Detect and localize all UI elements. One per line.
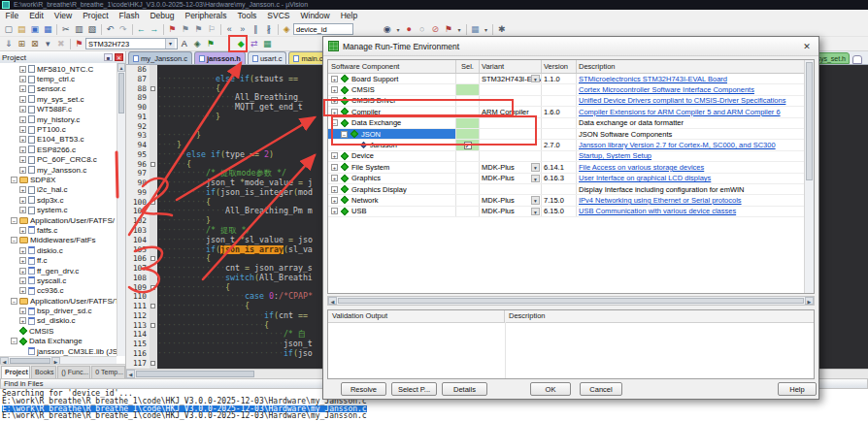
- tree-item[interactable]: +PC_60F_CRC8.c: [0, 155, 117, 165]
- sel-cell[interactable]: [456, 151, 480, 161]
- expand-icon[interactable]: +: [331, 208, 338, 214]
- indent-left-icon[interactable]: «: [223, 23, 237, 35]
- sel-cell[interactable]: [456, 96, 480, 106]
- tree-item[interactable]: −Application/User/FATFS/T: [0, 296, 117, 306]
- menu-window[interactable]: Window: [295, 10, 335, 22]
- navigate-forward-icon[interactable]: →: [148, 23, 161, 35]
- tree-item[interactable]: −SDP8X: [0, 175, 117, 184]
- pack-installer-icon[interactable]: ⇄: [248, 38, 261, 49]
- variant-cell[interactable]: [480, 118, 542, 128]
- new-file-icon[interactable]: ▢: [2, 23, 16, 35]
- menu-flash[interactable]: Flash: [114, 10, 145, 22]
- window-layout-icon[interactable]: ▦: [469, 23, 483, 35]
- fold-marker-icon[interactable]: [150, 285, 155, 290]
- tree-item[interactable]: −Middlewares/FatFs: [0, 236, 117, 245]
- expand-icon[interactable]: +: [19, 227, 26, 234]
- component-row-jansson[interactable]: Jansson✓2.7.0Jansson library Version 2.7…: [328, 140, 814, 150]
- translate-file-icon[interactable]: ⇓: [2, 38, 16, 49]
- expand-icon[interactable]: +: [19, 268, 26, 275]
- table-vertical-scrollbar[interactable]: [804, 60, 814, 293]
- component-name-cell[interactable]: +Network: [328, 195, 456, 205]
- menu-peripherals[interactable]: Peripherals: [180, 10, 232, 22]
- panel-tab-project[interactable]: Project: [1, 366, 30, 378]
- scroll-left-icon[interactable]: ◀: [126, 370, 135, 378]
- expand-icon[interactable]: +: [19, 76, 26, 82]
- menu-debug[interactable]: Debug: [145, 10, 180, 22]
- chevron-down-icon[interactable]: ▾: [531, 75, 540, 82]
- expand-icon[interactable]: +: [19, 257, 26, 264]
- component-row-json[interactable]: −JSONJSON Software Components: [328, 129, 814, 140]
- scroll-right-icon[interactable]: ▶: [805, 297, 814, 305]
- tree-item[interactable]: +my_sys_set.c: [0, 94, 117, 104]
- dialog-horizontal-scrollbar[interactable]: ◀ ▶: [327, 296, 815, 306]
- expand-icon[interactable]: +: [19, 287, 26, 294]
- redo-icon[interactable]: ↷: [117, 23, 130, 35]
- description-text-link[interactable]: Cortex Microcontroller Software Interfac…: [579, 85, 754, 94]
- tree-item[interactable]: +bsp_driver_sd.c: [0, 306, 117, 315]
- pin-icon[interactable]: ■: [104, 53, 113, 61]
- chevron-down-icon[interactable]: ▾: [394, 26, 403, 33]
- component-name-cell[interactable]: +Graphics Display: [328, 184, 456, 194]
- description-text-link[interactable]: Unified Device Drivers compliant to CMSI…: [579, 96, 785, 105]
- breakpoint-disable-all-icon[interactable]: ⊘: [429, 23, 443, 35]
- variant-cell[interactable]: [480, 184, 542, 194]
- component-name-cell[interactable]: +File System: [328, 162, 456, 172]
- tree-item[interactable]: +sdp3x.c: [0, 195, 117, 205]
- expand-icon[interactable]: +: [19, 96, 26, 103]
- tree-item[interactable]: +i2c_hal.c: [0, 185, 117, 195]
- component-row-compiler[interactable]: +CompilerARM Compiler1.6.0Compiler Exten…: [328, 107, 814, 117]
- component-name-cell[interactable]: −JSON: [328, 129, 456, 139]
- project-tree[interactable]: +MF5810_NTC.C+temp_ctrl.c+sensor.c+my_sy…: [0, 63, 117, 356]
- sel-cell[interactable]: [456, 118, 480, 128]
- description-text-link[interactable]: Jansson library Version 2.7 for Cortex-M…: [579, 141, 776, 149]
- chevron-down-icon[interactable]: ▾: [531, 163, 540, 171]
- comment-icon[interactable]: ∥: [250, 23, 263, 35]
- bookmark-toggle-icon[interactable]: ⚑: [166, 23, 180, 35]
- component-name-cell[interactable]: +CMSIS: [328, 84, 456, 94]
- tree-item[interactable]: +system.c: [0, 205, 117, 214]
- tree-item[interactable]: +diskio.c: [0, 245, 117, 255]
- chevron-down-icon[interactable]: ▾: [531, 175, 540, 182]
- collapse-icon[interactable]: −: [11, 338, 17, 344]
- books-icon[interactable]: ▦: [261, 38, 275, 49]
- variant-cell[interactable]: ARM Compiler: [480, 107, 542, 116]
- sel-cell[interactable]: [456, 174, 480, 183]
- expand-icon[interactable]: +: [19, 136, 26, 143]
- component-name-cell[interactable]: +CMSIS Driver: [328, 96, 456, 106]
- expand-icon[interactable]: +: [19, 146, 26, 153]
- editor-tab-usart-c[interactable]: usart.c: [248, 51, 287, 64]
- collapse-icon[interactable]: −: [11, 237, 17, 243]
- expand-icon[interactable]: +: [19, 197, 26, 204]
- tree-item[interactable]: −Data Exchange: [0, 337, 117, 346]
- menu-svcs[interactable]: SVCS: [262, 10, 295, 22]
- cut-icon[interactable]: ✂: [59, 23, 73, 35]
- dialog-titlebar[interactable]: Manage Run-Time Environment ✕: [323, 37, 818, 56]
- description-text-link[interactable]: Compiler Extensions for ARM Compiler 5 a…: [579, 108, 781, 116]
- find-in-files-icon[interactable]: ◈: [281, 23, 294, 35]
- expand-icon[interactable]: +: [331, 164, 338, 171]
- tree-item[interactable]: jansson_CM3LE.lib (JS: [0, 346, 117, 356]
- indent-right-icon[interactable]: »: [236, 23, 250, 35]
- component-name-cell[interactable]: −Data Exchange: [328, 118, 456, 128]
- variant-cell[interactable]: [480, 96, 542, 106]
- rebuild-all-icon[interactable]: ⊠: [28, 38, 42, 49]
- description-text-link[interactable]: Startup, System Setup: [579, 151, 651, 160]
- panel-tab-temp[interactable]: 0 Temp...: [91, 366, 125, 378]
- tree-item[interactable]: +fatfs.c: [0, 225, 117, 235]
- scroll-left-icon[interactable]: ◀: [328, 297, 337, 305]
- debug-watch-icon[interactable]: ◉: [381, 23, 394, 35]
- variant-cell[interactable]: MDK-Plus▾: [480, 207, 542, 216]
- bookmark-next-icon[interactable]: ⚑: [192, 23, 206, 35]
- component-row-device[interactable]: +DeviceStartup, System Setup: [328, 151, 814, 162]
- variant-cell[interactable]: [480, 151, 542, 161]
- menu-project[interactable]: Project: [78, 10, 114, 22]
- variant-cell[interactable]: [480, 129, 542, 139]
- tree-item[interactable]: +WT588F.c: [0, 105, 117, 114]
- variant-cell[interactable]: STM32H743I-EVAL▾: [480, 74, 542, 83]
- collapse-icon[interactable]: −: [331, 119, 338, 126]
- tree-item[interactable]: +sd_diskio.c: [0, 316, 117, 326]
- configure-tools-icon[interactable]: ✱: [495, 23, 509, 35]
- expand-icon[interactable]: +: [331, 197, 338, 204]
- sel-cell[interactable]: [456, 207, 480, 216]
- save-all-icon[interactable]: ▦: [42, 23, 55, 35]
